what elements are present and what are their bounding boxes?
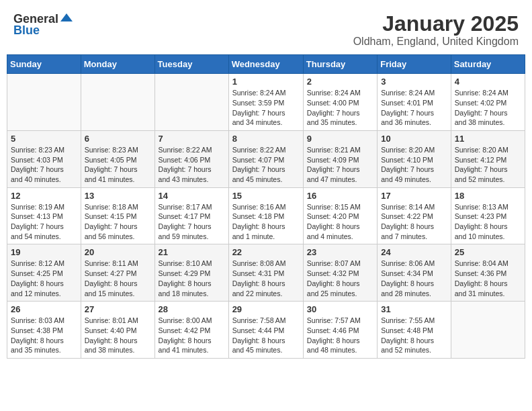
weekday-header-sunday: Sunday (7, 55, 81, 74)
calendar-cell: 8Sunrise: 8:22 AMSunset: 4:07 PMDaylight… (228, 130, 303, 187)
day-number: 19 (11, 247, 77, 257)
day-number: 17 (381, 191, 447, 201)
calendar-week-1: 1Sunrise: 8:24 AMSunset: 3:59 PMDaylight… (7, 74, 525, 131)
calendar-cell (81, 74, 154, 131)
day-number: 2 (307, 77, 373, 87)
day-number: 23 (307, 247, 373, 257)
day-number: 4 (455, 77, 521, 87)
weekday-header-row: SundayMondayTuesdayWednesdayThursdayFrid… (7, 55, 525, 74)
calendar-cell: 30Sunrise: 7:57 AMSunset: 4:46 PMDayligh… (303, 302, 377, 359)
month-title: January 2025 (353, 12, 519, 36)
title-area: January 2025 Oldham, England, United Kin… (353, 12, 519, 48)
calendar-cell: 2Sunrise: 8:24 AMSunset: 4:00 PMDaylight… (303, 74, 377, 131)
calendar-cell: 21Sunrise: 8:10 AMSunset: 4:29 PMDayligh… (154, 244, 228, 302)
day-number: 9 (307, 134, 373, 144)
day-number: 5 (11, 134, 77, 144)
logo-blue-text: Blue (13, 24, 40, 38)
day-info: Sunrise: 8:24 AMSunset: 4:00 PMDaylight:… (307, 88, 373, 128)
day-info: Sunrise: 8:22 AMSunset: 4:07 PMDaylight:… (232, 145, 300, 185)
calendar-cell (451, 302, 525, 359)
day-info: Sunrise: 8:16 AMSunset: 4:18 PMDaylight:… (232, 202, 300, 242)
day-number: 10 (381, 134, 447, 144)
logo: General Blue (13, 12, 74, 38)
calendar-cell (154, 74, 228, 131)
day-number: 7 (159, 134, 225, 144)
day-number: 3 (381, 77, 447, 87)
day-number: 26 (11, 304, 77, 314)
calendar-cell: 31Sunrise: 7:55 AMSunset: 4:48 PMDayligh… (378, 302, 451, 359)
day-info: Sunrise: 8:17 AMSunset: 4:17 PMDaylight:… (159, 202, 225, 242)
calendar-cell: 6Sunrise: 8:23 AMSunset: 4:05 PMDaylight… (81, 130, 154, 187)
day-number: 31 (381, 304, 447, 314)
weekday-header-wednesday: Wednesday (228, 55, 303, 74)
logo-icon (59, 11, 74, 26)
weekday-header-saturday: Saturday (451, 55, 525, 74)
day-info: Sunrise: 8:24 AMSunset: 3:59 PMDaylight:… (232, 88, 300, 128)
day-number: 21 (159, 247, 225, 257)
day-info: Sunrise: 8:07 AMSunset: 4:32 PMDaylight:… (307, 259, 373, 298)
day-info: Sunrise: 7:57 AMSunset: 4:46 PMDaylight:… (307, 316, 373, 355)
calendar-cell: 15Sunrise: 8:16 AMSunset: 4:18 PMDayligh… (228, 187, 303, 244)
weekday-header-friday: Friday (378, 55, 451, 74)
location: Oldham, England, United Kingdom (353, 36, 519, 48)
calendar-cell: 4Sunrise: 8:24 AMSunset: 4:02 PMDaylight… (451, 74, 525, 131)
calendar-cell: 7Sunrise: 8:22 AMSunset: 4:06 PMDaylight… (154, 130, 228, 187)
day-number: 8 (232, 134, 300, 144)
day-number: 27 (85, 304, 151, 314)
calendar-body: 1Sunrise: 8:24 AMSunset: 3:59 PMDaylight… (7, 74, 525, 359)
day-info: Sunrise: 8:24 AMSunset: 4:02 PMDaylight:… (455, 88, 521, 128)
calendar-cell: 5Sunrise: 8:23 AMSunset: 4:03 PMDaylight… (7, 130, 81, 187)
calendar-cell: 27Sunrise: 8:01 AMSunset: 4:40 PMDayligh… (81, 302, 154, 359)
day-number: 28 (159, 304, 225, 314)
weekday-header-tuesday: Tuesday (154, 55, 228, 74)
day-number: 6 (85, 134, 151, 144)
calendar-table: SundayMondayTuesdayWednesdayThursdayFrid… (7, 54, 525, 359)
day-info: Sunrise: 8:14 AMSunset: 4:22 PMDaylight:… (381, 202, 447, 242)
day-info: Sunrise: 8:06 AMSunset: 4:34 PMDaylight:… (381, 259, 447, 298)
calendar-cell: 18Sunrise: 8:13 AMSunset: 4:23 PMDayligh… (451, 187, 525, 244)
calendar-cell: 10Sunrise: 8:20 AMSunset: 4:10 PMDayligh… (378, 130, 451, 187)
calendar-cell: 26Sunrise: 8:03 AMSunset: 4:38 PMDayligh… (7, 302, 81, 359)
day-info: Sunrise: 8:15 AMSunset: 4:20 PMDaylight:… (307, 202, 373, 242)
calendar-cell: 11Sunrise: 8:20 AMSunset: 4:12 PMDayligh… (451, 130, 525, 187)
day-info: Sunrise: 8:24 AMSunset: 4:01 PMDaylight:… (381, 88, 447, 128)
day-info: Sunrise: 8:12 AMSunset: 4:25 PMDaylight:… (11, 259, 77, 298)
calendar-cell: 28Sunrise: 8:00 AMSunset: 4:42 PMDayligh… (154, 302, 228, 359)
day-number: 30 (307, 304, 373, 314)
day-info: Sunrise: 7:55 AMSunset: 4:48 PMDaylight:… (381, 316, 447, 355)
calendar-week-5: 26Sunrise: 8:03 AMSunset: 4:38 PMDayligh… (7, 302, 525, 359)
calendar-cell: 1Sunrise: 8:24 AMSunset: 3:59 PMDaylight… (228, 74, 303, 131)
day-number: 16 (307, 191, 373, 201)
day-number: 18 (455, 191, 521, 201)
day-info: Sunrise: 7:58 AMSunset: 4:44 PMDaylight:… (232, 316, 300, 355)
calendar-cell: 29Sunrise: 7:58 AMSunset: 4:44 PMDayligh… (228, 302, 303, 359)
calendar-cell: 19Sunrise: 8:12 AMSunset: 4:25 PMDayligh… (7, 244, 81, 302)
weekday-header-monday: Monday (81, 55, 154, 74)
day-number: 29 (232, 304, 300, 314)
calendar-week-4: 19Sunrise: 8:12 AMSunset: 4:25 PMDayligh… (7, 244, 525, 302)
weekday-header-thursday: Thursday (303, 55, 377, 74)
calendar-cell: 12Sunrise: 8:19 AMSunset: 4:13 PMDayligh… (7, 187, 81, 244)
day-number: 20 (85, 247, 151, 257)
calendar-cell: 3Sunrise: 8:24 AMSunset: 4:01 PMDaylight… (378, 74, 451, 131)
day-number: 15 (232, 191, 300, 201)
calendar-cell: 9Sunrise: 8:21 AMSunset: 4:09 PMDaylight… (303, 130, 377, 187)
calendar-cell: 13Sunrise: 8:18 AMSunset: 4:15 PMDayligh… (81, 187, 154, 244)
calendar-cell: 22Sunrise: 8:08 AMSunset: 4:31 PMDayligh… (228, 244, 303, 302)
svg-marker-0 (60, 13, 73, 21)
day-number: 22 (232, 247, 300, 257)
day-info: Sunrise: 8:23 AMSunset: 4:03 PMDaylight:… (11, 145, 77, 185)
calendar-cell: 25Sunrise: 8:04 AMSunset: 4:36 PMDayligh… (451, 244, 525, 302)
day-number: 14 (159, 191, 225, 201)
day-number: 25 (455, 247, 521, 257)
calendar-week-3: 12Sunrise: 8:19 AMSunset: 4:13 PMDayligh… (7, 187, 525, 244)
day-info: Sunrise: 8:22 AMSunset: 4:06 PMDaylight:… (159, 145, 225, 185)
day-info: Sunrise: 8:20 AMSunset: 4:10 PMDaylight:… (381, 145, 447, 185)
calendar-cell (7, 74, 81, 131)
day-info: Sunrise: 8:08 AMSunset: 4:31 PMDaylight:… (232, 259, 300, 298)
day-info: Sunrise: 8:18 AMSunset: 4:15 PMDaylight:… (85, 202, 151, 242)
day-info: Sunrise: 8:04 AMSunset: 4:36 PMDaylight:… (455, 259, 521, 298)
day-info: Sunrise: 8:01 AMSunset: 4:40 PMDaylight:… (85, 316, 151, 355)
calendar-cell: 20Sunrise: 8:11 AMSunset: 4:27 PMDayligh… (81, 244, 154, 302)
day-number: 13 (85, 191, 151, 201)
